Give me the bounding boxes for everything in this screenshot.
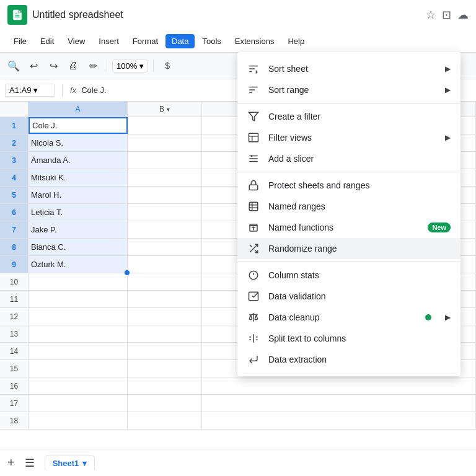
menu-item-data-cleanup[interactable]: Data cleanup ▶	[237, 307, 461, 328]
create-filter-icon	[247, 111, 260, 122]
svg-rect-18	[249, 185, 258, 190]
named-functions-label: Named functions	[268, 223, 419, 232]
protect-sheets-label: Protect sheets and ranges	[268, 180, 451, 190]
column-stats-label: Column stats	[268, 270, 451, 280]
sort-range-icon	[247, 84, 260, 95]
menu-item-create-filter[interactable]: Create a filter	[237, 106, 461, 127]
menu-item-named-functions[interactable]: Named functions New	[237, 217, 461, 238]
menu-item-sort-range[interactable]: Sort range ▶	[237, 79, 461, 100]
split-text-icon	[247, 333, 260, 344]
create-filter-label: Create a filter	[268, 112, 451, 121]
split-text-label: Split text to columns	[268, 333, 451, 343]
data-cleanup-icon	[247, 312, 260, 323]
column-stats-icon	[247, 270, 260, 281]
menu-item-filter-views[interactable]: Filter views ▶	[237, 127, 461, 148]
menu-item-sort-sheet[interactable]: Sort sheet ▶	[237, 58, 461, 79]
data-validation-label: Data validation	[268, 291, 451, 301]
data-validation-icon	[247, 291, 260, 302]
filter-views-label: Filter views	[268, 133, 436, 143]
add-slicer-icon	[247, 153, 260, 164]
named-ranges-icon	[247, 201, 260, 212]
new-badge: New	[428, 223, 451, 232]
data-extraction-icon	[247, 354, 260, 365]
sort-range-label: Sort range	[268, 85, 436, 95]
svg-rect-19	[249, 202, 258, 211]
svg-line-28	[250, 245, 252, 247]
named-functions-icon	[247, 222, 260, 233]
sort-sheet-arrow: ▶	[445, 64, 451, 73]
data-cleanup-label: Data cleanup	[268, 312, 416, 322]
menu-item-named-ranges[interactable]: Named ranges	[237, 196, 461, 217]
filter-views-arrow: ▶	[445, 133, 451, 142]
menu-item-column-stats[interactable]: Column stats	[237, 265, 461, 286]
filter-views-icon	[247, 132, 260, 143]
sort-sheet-icon	[247, 63, 260, 74]
menu-item-protect-sheets[interactable]: Protect sheets and ranges	[237, 175, 461, 196]
menu-section-filter: Create a filter Filter views ▶	[237, 104, 461, 172]
data-extraction-label: Data extraction	[268, 355, 451, 364]
data-menu: Sort sheet ▶ Sort range ▶	[237, 52, 461, 376]
sort-range-arrow: ▶	[445, 86, 451, 94]
menu-item-data-validation[interactable]: Data validation	[237, 286, 461, 307]
svg-point-17	[251, 155, 253, 157]
sort-sheet-label: Sort sheet	[268, 64, 436, 74]
data-cleanup-dot	[425, 314, 431, 320]
svg-marker-10	[249, 112, 258, 121]
menu-item-data-extraction[interactable]: Data extraction	[237, 349, 461, 370]
menu-item-split-text[interactable]: Split text to columns	[237, 328, 461, 349]
named-ranges-label: Named ranges	[268, 201, 451, 211]
menu-item-randomize-range[interactable]: Randomize range	[237, 238, 461, 259]
data-cleanup-arrow: ▶	[445, 313, 451, 322]
protect-icon	[247, 180, 260, 191]
svg-rect-11	[249, 133, 258, 142]
menu-section-sort: Sort sheet ▶ Sort range ▶	[237, 56, 461, 104]
menu-item-add-slicer[interactable]: Add a slicer	[237, 148, 461, 169]
menu-section-protect: Protect sheets and ranges Named ranges	[237, 172, 461, 262]
randomize-icon	[247, 243, 260, 254]
menu-section-data: Column stats Data validation Data cle	[237, 262, 461, 372]
dropdown-overlay[interactable]: Sort sheet ▶ Sort range ▶	[0, 0, 476, 476]
add-slicer-label: Add a slicer	[268, 154, 451, 164]
randomize-range-label: Randomize range	[268, 244, 451, 253]
